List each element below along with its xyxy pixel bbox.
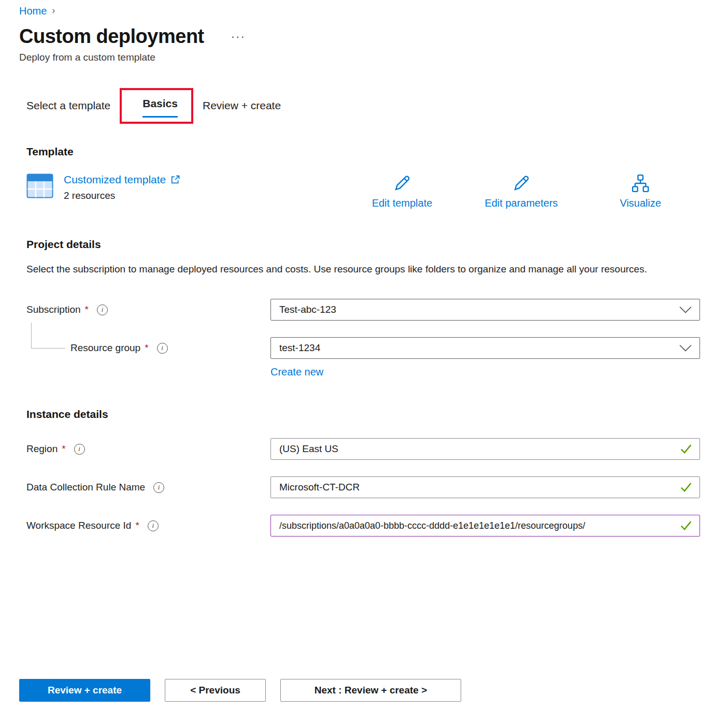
tab-bar: Select a template Basics Review + create xyxy=(19,88,700,124)
required-asterisk: * xyxy=(135,520,139,531)
tab-label: Review + create xyxy=(203,99,281,120)
region-label-text: Region xyxy=(26,443,58,455)
instance-details-fields: Region* i (US) East US Data Collection R… xyxy=(26,438,700,537)
template-section-heading: Template xyxy=(26,146,700,158)
region-input[interactable]: (US) East US xyxy=(270,438,700,460)
info-icon[interactable]: i xyxy=(153,482,164,493)
dcr-name-input[interactable]: Microsoft-CT-DCR xyxy=(270,476,700,498)
visualize-button[interactable]: Visualize xyxy=(581,173,700,209)
subscription-label: Subscription* i xyxy=(26,304,270,315)
required-asterisk: * xyxy=(145,342,148,354)
pencil-icon xyxy=(392,173,412,193)
workspace-id-label-text: Workspace Resource Id xyxy=(26,520,131,531)
project-details-heading: Project details xyxy=(26,238,700,251)
page-subtitle: Deploy from a custom template xyxy=(19,52,700,63)
info-icon[interactable]: i xyxy=(157,343,168,354)
region-value: (US) East US xyxy=(279,443,674,455)
next-review-create-button[interactable]: Next : Review + create > xyxy=(280,679,461,702)
hierarchy-icon xyxy=(631,173,650,193)
subscription-value: Test-abc-123 xyxy=(279,304,673,315)
valid-check-icon xyxy=(680,444,692,454)
tab-label: Basics xyxy=(142,97,178,118)
valid-check-icon xyxy=(680,482,692,492)
review-create-button[interactable]: Review + create xyxy=(19,679,150,702)
template-icon xyxy=(26,173,53,198)
project-details-description: Select the subscription to manage deploy… xyxy=(26,261,669,277)
tab-label: Select a template xyxy=(26,99,110,120)
basics-tab-content: Template Customized template xyxy=(19,124,700,537)
tab-review-create[interactable]: Review + create xyxy=(203,92,281,120)
custom-deployment-page: Home › Custom deployment ··· Deploy from… xyxy=(0,0,728,710)
wizard-footer: Review + create < Previous Next : Review… xyxy=(19,658,700,702)
project-details-fields: Subscription* i Test-abc-123 Resource gr… xyxy=(26,299,700,378)
pencil-icon xyxy=(511,173,531,193)
template-info: Customized template 2 resources xyxy=(64,173,180,201)
workspace-id-field-row: Workspace Resource Id* i /subscriptions/… xyxy=(26,515,700,537)
region-field-row: Region* i (US) East US xyxy=(26,438,700,460)
resource-group-label-text: Resource group xyxy=(70,342,140,354)
dcr-name-field-row: Data Collection Rule Name i Microsoft-CT… xyxy=(26,476,700,498)
create-new-link[interactable]: Create new xyxy=(270,366,323,378)
customized-template-link[interactable]: Customized template xyxy=(64,173,166,186)
required-asterisk: * xyxy=(85,304,89,315)
page-title: Custom deployment xyxy=(19,25,204,48)
workspace-id-label: Workspace Resource Id* i xyxy=(26,520,270,531)
valid-check-icon xyxy=(680,520,692,531)
template-summary: Customized template 2 resources xyxy=(26,173,342,201)
page-header: Custom deployment ··· xyxy=(19,25,700,48)
dcr-name-label: Data Collection Rule Name i xyxy=(26,482,270,493)
resource-group-connector-line xyxy=(31,323,65,349)
info-icon[interactable]: i xyxy=(148,520,159,531)
tab-basics[interactable]: Basics xyxy=(142,95,178,118)
subscription-field-row: Subscription* i Test-abc-123 xyxy=(26,299,700,321)
info-icon[interactable]: i xyxy=(74,444,85,455)
info-icon[interactable]: i xyxy=(97,305,108,315)
visualize-label: Visualize xyxy=(620,197,661,209)
tab-select-a-template[interactable]: Select a template xyxy=(26,92,110,120)
breadcrumb-home-link[interactable]: Home xyxy=(19,5,47,17)
external-link-icon xyxy=(170,175,180,185)
workspace-id-input[interactable]: /subscriptions/a0a0a0a0-bbbb-cccc-dddd-e… xyxy=(270,515,700,537)
instance-details-heading: Instance details xyxy=(26,408,700,421)
template-row: Customized template 2 resources Edit xyxy=(26,173,700,209)
dcr-name-label-text: Data Collection Rule Name xyxy=(26,482,145,493)
edit-parameters-button[interactable]: Edit parameters xyxy=(462,173,581,209)
chevron-right-icon: › xyxy=(52,5,55,16)
dcr-name-value: Microsoft-CT-DCR xyxy=(279,482,674,493)
edit-parameters-label: Edit parameters xyxy=(484,197,558,209)
subscription-label-text: Subscription xyxy=(26,304,81,315)
template-resource-count: 2 resources xyxy=(64,190,180,201)
edit-template-label: Edit template xyxy=(372,197,433,209)
tab-highlight-box: Basics xyxy=(120,88,193,124)
subscription-dropdown[interactable]: Test-abc-123 xyxy=(270,299,700,321)
resource-group-field-row: Resource group* i test-1234 xyxy=(26,337,700,359)
ellipsis-menu-icon[interactable]: ··· xyxy=(229,29,248,45)
required-asterisk: * xyxy=(62,443,65,455)
breadcrumb: Home › xyxy=(19,5,700,17)
edit-template-button[interactable]: Edit template xyxy=(342,173,462,209)
create-new-row: Create new xyxy=(26,366,700,378)
resource-group-value: test-1234 xyxy=(279,342,673,354)
workspace-id-value: /subscriptions/a0a0a0a0-bbbb-cccc-dddd-e… xyxy=(279,520,674,531)
previous-button[interactable]: < Previous xyxy=(165,679,266,702)
resource-group-dropdown[interactable]: test-1234 xyxy=(270,337,700,359)
chevron-down-icon xyxy=(679,344,692,352)
chevron-down-icon xyxy=(679,306,692,313)
region-label: Region* i xyxy=(26,443,270,455)
